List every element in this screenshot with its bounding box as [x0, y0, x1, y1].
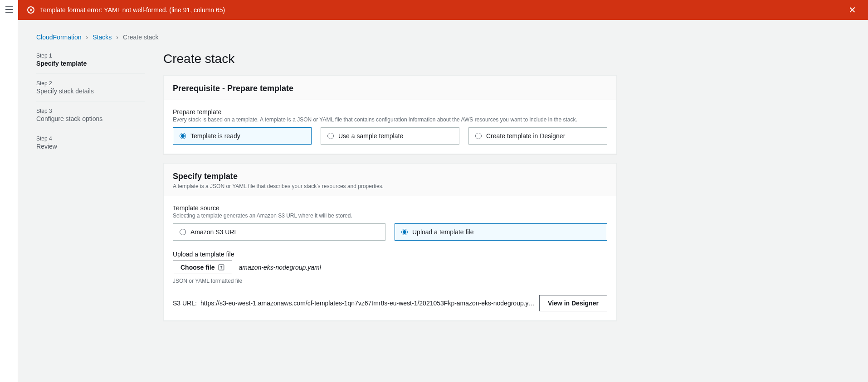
tile-label: Template is ready [190, 132, 240, 140]
panel-specify-template: Specify template A template is a JSON or… [163, 163, 617, 321]
step-configure-options[interactable]: Step 3 Configure stack options [36, 101, 145, 129]
step-number: Step 2 [36, 80, 145, 87]
panel-heading: Specify template [173, 172, 607, 181]
radio-icon [180, 229, 186, 235]
step-title: Review [36, 143, 145, 150]
view-in-designer-button[interactable]: View in Designer [539, 295, 607, 311]
step-specify-template[interactable]: Step 1 Specify template [36, 52, 145, 73]
page-title: Create stack [163, 52, 617, 66]
step-number: Step 1 [36, 53, 145, 59]
radio-icon [327, 133, 334, 139]
chevron-right-icon: › [86, 34, 88, 41]
breadcrumb-stacks[interactable]: Stacks [93, 34, 112, 41]
field-label-prepare-template: Prepare template [173, 108, 607, 116]
step-title: Configure stack options [36, 115, 145, 122]
step-title: Specify stack details [36, 87, 145, 95]
field-label-template-source: Template source [173, 204, 607, 212]
tile-use-sample[interactable]: Use a sample template [321, 127, 459, 145]
breadcrumb-cloudformation[interactable]: CloudFormation [36, 34, 82, 41]
radio-icon [401, 229, 408, 235]
s3-url-label: S3 URL: [173, 300, 197, 307]
step-specify-stack-details[interactable]: Step 2 Specify stack details [36, 73, 145, 101]
error-message: Template format error: YAML not well-for… [40, 6, 225, 14]
error-icon: ✕ [27, 6, 34, 14]
tile-template-ready[interactable]: Template is ready [173, 127, 312, 145]
s3-url-value: https://s3-eu-west-1.amazonaws.com/cf-te… [200, 300, 537, 307]
tile-label: Amazon S3 URL [190, 228, 238, 236]
panel-subheading: A template is a JSON or YAML file that d… [173, 183, 607, 189]
field-hint: Selecting a template generates an Amazon… [173, 213, 607, 219]
hamburger-icon[interactable] [5, 6, 13, 13]
field-label-upload-template: Upload a template file [173, 251, 607, 258]
button-label: Choose file [180, 264, 215, 271]
step-title: Specify template [36, 60, 145, 67]
radio-icon [180, 133, 186, 139]
error-banner: ✕ Template format error: YAML not well-f… [18, 0, 868, 20]
sidebar-toggle-strip [0, 0, 18, 382]
breadcrumb-current: Create stack [123, 34, 159, 41]
step-number: Step 3 [36, 108, 145, 114]
format-hint: JSON or YAML formatted file [173, 278, 607, 284]
panel-prerequisite: Prerequisite - Prepare template Prepare … [163, 75, 617, 154]
tile-upload-template-file[interactable]: Upload a template file [395, 223, 607, 241]
radio-icon [475, 133, 482, 139]
upload-icon [218, 264, 224, 271]
breadcrumb: CloudFormation › Stacks › Create stack [36, 34, 850, 41]
tile-label: Upload a template file [412, 228, 473, 236]
field-hint: Every stack is based on a template. A te… [173, 116, 607, 123]
tile-label: Create template in Designer [486, 132, 565, 140]
step-review[interactable]: Step 4 Review [36, 129, 145, 156]
chevron-right-icon: › [116, 34, 118, 41]
uploaded-filename: amazon-eks-nodegroup.yaml [239, 264, 321, 271]
tile-label: Use a sample template [338, 132, 403, 140]
step-number: Step 4 [36, 135, 145, 142]
close-icon[interactable]: ✕ [846, 5, 859, 15]
tile-create-in-designer[interactable]: Create template in Designer [468, 127, 607, 145]
wizard-steps: Step 1 Specify template Step 2 Specify s… [36, 52, 145, 330]
tile-amazon-s3-url[interactable]: Amazon S3 URL [173, 223, 385, 241]
choose-file-button[interactable]: Choose file [173, 261, 232, 274]
panel-heading: Prerequisite - Prepare template [173, 84, 607, 93]
